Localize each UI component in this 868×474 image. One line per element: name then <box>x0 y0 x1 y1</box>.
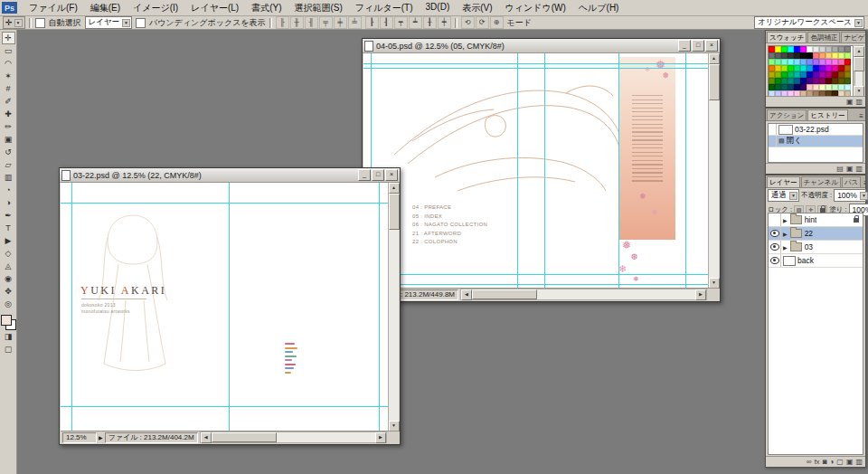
color-swatch[interactable] <box>813 52 819 59</box>
color-swatch[interactable] <box>769 46 775 52</box>
menu-item[interactable]: フィルター(T) <box>349 0 420 16</box>
color-swatch[interactable] <box>844 65 851 71</box>
clone-stamp-tool-icon[interactable]: ▣ <box>2 133 15 146</box>
color-swatch[interactable] <box>788 71 794 78</box>
color-swatch[interactable] <box>794 52 800 59</box>
align-icon[interactable]: ╟ <box>276 16 289 29</box>
color-swatch[interactable] <box>832 78 838 84</box>
screen-mode-icon[interactable]: ▢ <box>2 343 15 356</box>
tab-navigator[interactable]: ナビゲーター <box>841 32 865 43</box>
color-chips[interactable] <box>1 315 16 330</box>
maximize-button[interactable]: □ <box>692 40 704 52</box>
align-icon[interactable]: ╪ <box>334 16 347 29</box>
delete-layer-icon[interactable]: ▥ <box>855 458 863 467</box>
color-swatch[interactable] <box>807 84 813 90</box>
horizontal-scrollbar[interactable]: ◀ ▶ <box>200 431 387 443</box>
history-source-column[interactable] <box>769 136 777 147</box>
swatches-scrollbar[interactable]: ▲ ▼ <box>854 45 863 98</box>
type-tool-icon[interactable]: T <box>2 222 15 234</box>
pen-tool-icon[interactable]: ✒ <box>2 209 15 222</box>
color-swatch[interactable] <box>813 71 819 78</box>
color-swatch[interactable] <box>800 46 807 52</box>
color-swatch[interactable] <box>807 78 813 84</box>
menu-item[interactable]: 書式(Y) <box>245 0 288 16</box>
panel-menu-icon[interactable]: ≡ <box>857 112 865 120</box>
expand-triangle-icon[interactable]: ▶ <box>783 231 788 237</box>
color-swatch[interactable] <box>813 84 819 90</box>
color-swatch[interactable] <box>807 52 813 59</box>
color-swatch[interactable] <box>794 46 800 52</box>
tab-swatches[interactable]: スウォッチ <box>767 32 807 43</box>
distribute-icon[interactable]: ┨ <box>380 16 393 29</box>
color-swatch[interactable] <box>788 52 794 59</box>
color-swatch[interactable] <box>838 71 844 78</box>
color-swatch[interactable] <box>800 84 807 90</box>
scroll-right-button[interactable]: ▶ <box>375 432 386 443</box>
color-swatch[interactable] <box>832 52 838 59</box>
path-selection-tool-icon[interactable]: ▶ <box>2 234 15 247</box>
dodge-tool-icon[interactable]: ◑ <box>2 196 15 209</box>
view-icon[interactable]: ⟲ <box>461 16 475 29</box>
history-source-column[interactable] <box>769 124 777 135</box>
color-swatch[interactable] <box>819 46 826 52</box>
color-swatch[interactable] <box>819 65 826 71</box>
horizontal-scrollbar[interactable]: ◀ ▶ <box>460 289 707 300</box>
color-swatch[interactable] <box>781 78 788 84</box>
resize-grip[interactable] <box>389 432 399 442</box>
new-swatch-icon[interactable]: ▣ <box>846 98 854 107</box>
distribute-icon[interactable]: ┷ <box>409 16 422 29</box>
color-swatch[interactable] <box>826 84 832 90</box>
document-window-03-22[interactable]: 03-22.psd @ 12.5% (22, CMYK/8#) _ □ × <box>59 167 401 445</box>
color-swatch[interactable] <box>844 52 851 59</box>
color-swatch[interactable] <box>844 71 851 78</box>
scroll-left-button[interactable]: ◀ <box>461 289 472 300</box>
color-swatch[interactable] <box>838 84 844 90</box>
marquee-tool-icon[interactable]: ▭ <box>2 44 15 57</box>
color-swatch[interactable] <box>781 65 788 71</box>
tab-adjustments[interactable]: 色調補正 <box>807 32 840 43</box>
color-swatch[interactable] <box>844 59 851 65</box>
healing-brush-tool-icon[interactable]: ✚ <box>2 108 15 120</box>
document-window-04-05[interactable]: 04-05.psd @ 12.5% (05, CMYK/8#) _ □ × <box>362 38 721 302</box>
color-swatch[interactable] <box>838 46 844 52</box>
color-swatch[interactable] <box>807 71 813 78</box>
distribute-icon[interactable]: ┿ <box>438 16 451 29</box>
color-swatch[interactable] <box>819 52 826 59</box>
tab-layers[interactable]: レイヤー <box>767 176 800 187</box>
menu-item[interactable]: ウィンドウ(W) <box>499 0 572 16</box>
scroll-up-button[interactable]: ▲ <box>709 53 720 64</box>
distribute-icon[interactable]: ┠ <box>365 16 379 29</box>
color-swatch[interactable] <box>794 84 800 90</box>
align-icon[interactable]: ╤ <box>319 16 333 29</box>
color-swatch[interactable] <box>844 84 851 90</box>
titlebar[interactable]: 04-05.psd @ 12.5% (05, CMYK/8#) _ □ × <box>363 39 720 53</box>
auto-select-checkbox[interactable] <box>35 18 45 28</box>
color-swatch[interactable] <box>807 46 813 52</box>
tab-history[interactable]: ヒストリー <box>807 109 847 120</box>
minimize-button[interactable]: _ <box>678 40 691 52</box>
color-swatch[interactable] <box>788 46 794 52</box>
color-swatch[interactable] <box>832 59 838 65</box>
quick-mask-icon[interactable]: ◨ <box>2 330 15 343</box>
color-swatch[interactable] <box>775 59 781 65</box>
color-swatch[interactable] <box>800 78 807 84</box>
color-swatch[interactable] <box>775 78 781 84</box>
expand-triangle-icon[interactable]: ▶ <box>783 244 788 251</box>
color-swatch[interactable] <box>800 52 807 59</box>
menu-item[interactable]: ヘルプ(H) <box>572 0 626 16</box>
scrollbar-thumb[interactable] <box>472 289 537 299</box>
color-swatch[interactable] <box>800 59 807 65</box>
color-swatch[interactable] <box>832 46 838 52</box>
close-button[interactable]: × <box>385 169 398 181</box>
menu-item[interactable]: レイヤー(L) <box>184 0 245 16</box>
tool-preset-dropdown[interactable]: ✛ ▼ <box>3 16 25 29</box>
color-swatch[interactable] <box>813 65 819 71</box>
color-swatch[interactable] <box>800 71 807 78</box>
view-icon[interactable]: ⊕ <box>490 16 504 29</box>
foreground-color-chip[interactable] <box>1 315 12 326</box>
history-state-row[interactable]: ▤ 開く <box>769 136 863 147</box>
scrollbar-thumb[interactable] <box>212 432 277 442</box>
color-swatch[interactable] <box>775 71 781 78</box>
visibility-toggle[interactable] <box>769 227 781 240</box>
color-swatch[interactable] <box>769 65 775 71</box>
